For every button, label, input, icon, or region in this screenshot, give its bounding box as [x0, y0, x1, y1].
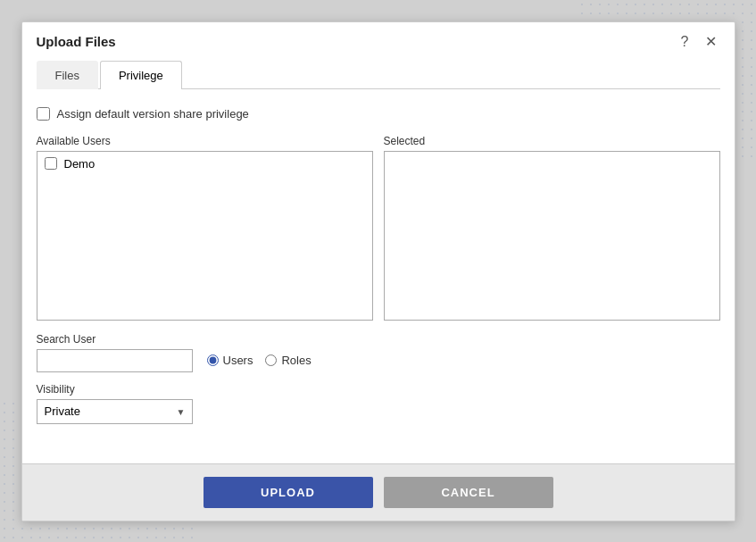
radio-group: Users Roles	[207, 354, 312, 367]
search-label: Search User	[37, 333, 720, 346]
visibility-select-wrapper: Private Public ▼	[37, 399, 193, 424]
users-columns: Available Users Demo Selected	[37, 135, 720, 321]
assign-default-label[interactable]: Assign default version share privilege	[57, 107, 249, 121]
help-button[interactable]: ?	[677, 33, 693, 51]
radio-roles-label: Roles	[281, 354, 311, 367]
upload-button[interactable]: UPLOAD	[204, 477, 373, 508]
dialog-footer: UPLOAD CANCEL	[22, 463, 735, 521]
list-item[interactable]: Demo	[37, 152, 372, 176]
selected-label: Selected	[384, 135, 720, 147]
close-button[interactable]: ✕	[702, 33, 720, 51]
dialog-title: Upload Files	[37, 34, 116, 49]
dialog-body: Assign default version share privilege A…	[22, 89, 735, 463]
selected-column: Selected	[384, 135, 720, 321]
tab-bar: Files Privilege	[37, 60, 720, 89]
radio-roles[interactable]: Roles	[265, 354, 311, 367]
radio-roles-input[interactable]	[265, 354, 277, 366]
dialog-header-icons: ? ✕	[677, 33, 720, 51]
dialog-header: Upload Files ? ✕	[22, 22, 735, 60]
tab-privilege[interactable]: Privilege	[100, 61, 182, 89]
search-and-radio: Users Roles	[37, 349, 720, 372]
assign-default-checkbox[interactable]	[37, 107, 50, 121]
assign-checkbox-row: Assign default version share privilege	[37, 107, 720, 121]
visibility-label: Visibility	[37, 383, 720, 396]
dialog-overlay: Upload Files ? ✕ Files Privilege Assign …	[0, 0, 756, 542]
search-input[interactable]	[37, 349, 193, 372]
user-demo-label: Demo	[64, 157, 96, 171]
available-users-column: Available Users Demo	[37, 135, 373, 321]
available-users-list[interactable]: Demo	[37, 151, 373, 321]
radio-users-label: Users	[223, 354, 253, 367]
tab-files[interactable]: Files	[37, 61, 98, 89]
visibility-row: Visibility Private Public ▼	[37, 383, 720, 424]
selected-users-list[interactable]	[384, 151, 720, 321]
radio-users-input[interactable]	[207, 354, 219, 366]
user-demo-checkbox[interactable]	[45, 157, 57, 170]
visibility-select[interactable]: Private Public	[37, 399, 193, 424]
upload-files-dialog: Upload Files ? ✕ Files Privilege Assign …	[21, 21, 735, 521]
available-users-label: Available Users	[37, 135, 373, 147]
search-row: Search User Users Roles	[37, 333, 720, 372]
cancel-button[interactable]: CANCEL	[384, 477, 553, 508]
radio-users[interactable]: Users	[207, 354, 253, 367]
